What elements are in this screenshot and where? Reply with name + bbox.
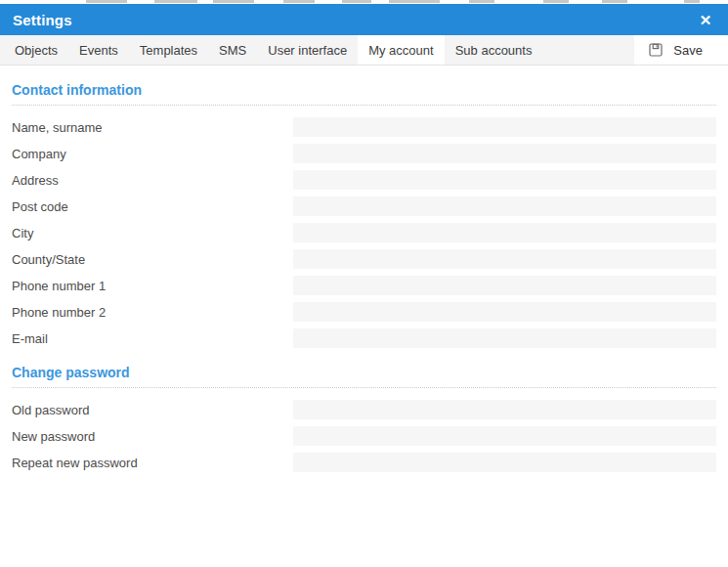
- old-password-input[interactable]: [293, 400, 716, 419]
- new-password-input[interactable]: [293, 426, 716, 446]
- dialog-title: Settings: [13, 12, 72, 28]
- repeat-new-password-input[interactable]: [293, 453, 716, 472]
- background-page-remnant: [543, 0, 569, 3]
- background-page-remnant: [389, 0, 440, 3]
- phone-number-1-input[interactable]: [293, 276, 716, 295]
- save-button[interactable]: Save: [634, 35, 728, 65]
- field-label: Old password: [12, 403, 293, 417]
- phone-number-2-input[interactable]: [293, 302, 716, 322]
- tab-sub-accounts[interactable]: Sub accounts: [445, 35, 543, 65]
- field-label: Phone number 2: [12, 305, 293, 320]
- save-button-label: Save: [673, 43, 703, 58]
- form-row-post-code: Post code: [12, 196, 716, 216]
- section-title-contact-information: Contact information: [12, 82, 716, 98]
- post-code-input[interactable]: [293, 196, 716, 216]
- county-state-input[interactable]: [293, 249, 716, 269]
- form-row-new-password: New password: [12, 426, 716, 446]
- background-page-remnant: [469, 0, 494, 3]
- tab-user-interface[interactable]: User interface: [257, 35, 358, 65]
- form-row-old-password: Old password: [12, 400, 716, 419]
- section-divider: [12, 105, 716, 106]
- close-icon[interactable]: ✕: [696, 10, 715, 29]
- form-row-address: Address: [12, 170, 716, 190]
- form-row-phone-number-2: Phone number 2: [12, 302, 716, 322]
- background-page-edge: [0, 0, 728, 4]
- background-page-remnant: [283, 0, 315, 3]
- background-page-remnant: [684, 0, 700, 3]
- background-page-remnant: [154, 0, 197, 3]
- background-page-remnant: [342, 0, 371, 3]
- field-label: New password: [12, 429, 293, 444]
- section-title-change-password: Change password: [12, 365, 716, 380]
- form-row-company: Company: [12, 144, 716, 163]
- floppy-disk-icon: [649, 43, 663, 57]
- tab-objects[interactable]: Objects: [4, 35, 68, 65]
- tab-templates[interactable]: Templates: [129, 35, 208, 65]
- field-label: Post code: [12, 199, 293, 214]
- settings-tab-bar: Objects Events Templates SMS User interf…: [0, 35, 728, 65]
- field-label: Company: [12, 147, 293, 161]
- form-row-repeat-new-password: Repeat new password: [12, 453, 716, 472]
- tab-events[interactable]: Events: [68, 35, 129, 65]
- address-input[interactable]: [293, 170, 716, 190]
- field-label: Repeat new password: [12, 456, 293, 470]
- settings-dialog-header: Settings ✕: [0, 4, 728, 35]
- form-row-name-surname: Name, surname: [12, 117, 716, 137]
- field-label: Name, surname: [12, 120, 293, 135]
- form-row-county-state: County/State: [12, 249, 716, 269]
- background-page-remnant: [602, 0, 627, 3]
- tab-my-account[interactable]: My account: [358, 35, 444, 65]
- field-label: City: [12, 226, 293, 240]
- form-row-email: E-mail: [12, 328, 716, 348]
- company-input[interactable]: [293, 144, 716, 163]
- tab-sms[interactable]: SMS: [208, 35, 257, 65]
- background-page-remnant: [213, 0, 254, 3]
- section-divider: [12, 387, 716, 388]
- field-label: County/State: [12, 252, 293, 267]
- form-row-phone-number-1: Phone number 1: [12, 276, 716, 295]
- form-row-city: City: [12, 223, 716, 242]
- field-label: Phone number 1: [12, 279, 293, 293]
- background-page-remnant: [86, 0, 127, 3]
- my-account-panel: Contact information Name, surname Compan…: [0, 82, 728, 472]
- field-label: Address: [12, 173, 293, 188]
- name-surname-input[interactable]: [293, 117, 716, 137]
- city-input[interactable]: [293, 223, 716, 242]
- field-label: E-mail: [12, 331, 293, 346]
- email-input[interactable]: [293, 328, 716, 348]
